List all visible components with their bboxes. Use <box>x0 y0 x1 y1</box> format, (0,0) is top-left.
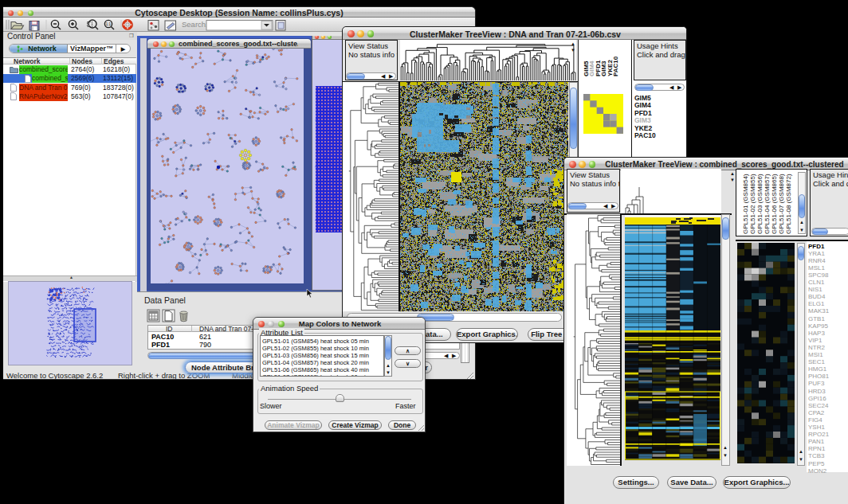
svg-text:Search:: Search: <box>182 20 208 29</box>
svg-text:1:1: 1:1 <box>106 22 112 26</box>
